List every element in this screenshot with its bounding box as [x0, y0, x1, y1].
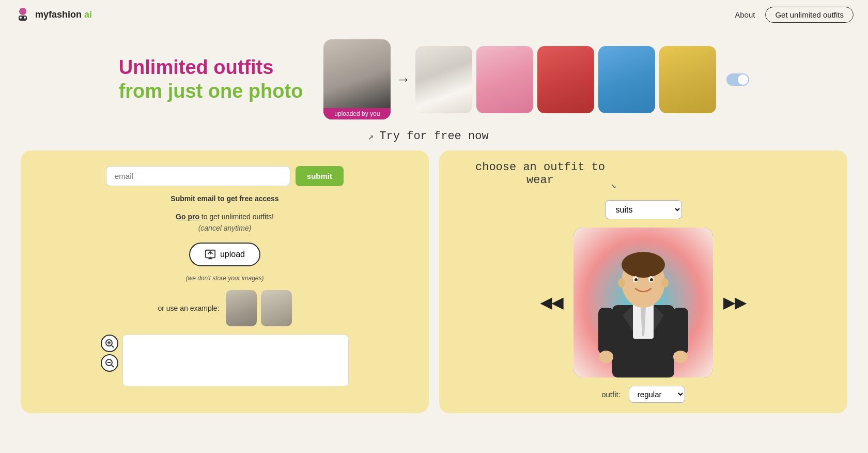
hero-section: Unlimited outfits from just one photo up…	[0, 29, 868, 125]
zoom-out-icon	[105, 358, 114, 368]
outfit-photo-4	[598, 46, 655, 113]
image-editor-canvas	[122, 335, 349, 386]
svg-point-23	[650, 278, 653, 281]
upload-icon	[205, 249, 216, 260]
outfit-photos-row	[415, 46, 716, 113]
outfit-person-svg	[574, 228, 713, 377]
outfit-next-button[interactable]: ▶▶	[721, 290, 748, 315]
left-panel: submit Submit email to get free access G…	[21, 150, 429, 413]
header-right: About Get unlimited outfits	[735, 7, 854, 23]
svg-point-19	[622, 252, 665, 278]
no-store-text: (we don't store your images)	[185, 275, 264, 282]
outfit-main-image	[574, 228, 713, 377]
example-row: or use an example:	[158, 290, 291, 326]
outfit-photo-3	[537, 46, 594, 113]
upload-button[interactable]: upload	[189, 243, 260, 266]
outfit-image-container: ◀◀	[538, 228, 748, 377]
svg-point-0	[19, 8, 26, 15]
example-thumb-woman[interactable]	[261, 290, 292, 326]
image-editor-row	[101, 335, 349, 386]
svg-rect-26	[598, 308, 614, 354]
outfit-type-select[interactable]: regular slim classic	[629, 386, 685, 403]
svg-line-10	[112, 365, 114, 367]
hero-headline: Unlimited outfits from just one photo	[119, 56, 303, 103]
example-thumbnails	[226, 290, 292, 326]
uploaded-photo	[323, 39, 391, 119]
zoom-controls	[101, 335, 118, 386]
example-thumb-man[interactable]	[226, 290, 257, 326]
zoom-out-button[interactable]	[101, 354, 118, 372]
svg-rect-27	[673, 308, 688, 354]
next-icon: ▶▶	[723, 294, 746, 311]
logo: myfashion ai	[14, 6, 92, 23]
upload-label: upload	[220, 250, 245, 259]
outfit-bottom-row: outfit: regular slim classic	[601, 386, 685, 403]
hero-text: Unlimited outfits from just one photo	[119, 56, 303, 103]
choose-outfit-label: choose an outfit to wear	[475, 161, 605, 192]
go-pro-text: Go pro to get unlimited outfits! (cancel…	[176, 211, 274, 234]
go-pro-link[interactable]: Go pro	[176, 213, 199, 221]
submit-button[interactable]: submit	[296, 166, 344, 186]
hero-photos: uploaded by you →	[323, 39, 749, 119]
svg-point-24	[618, 278, 625, 288]
outfit-photo-1	[415, 46, 472, 113]
outfit-photo-2	[476, 46, 533, 113]
svg-point-25	[661, 278, 669, 288]
outfit-select[interactable]: suits casual formal sportswear summer	[605, 200, 682, 219]
arrow-icon: →	[396, 71, 410, 88]
svg-point-28	[599, 351, 613, 363]
cancel-anytime: (cancel anytime)	[198, 224, 252, 232]
prev-icon: ◀◀	[540, 294, 563, 311]
svg-point-2	[20, 17, 22, 19]
logo-text: myfashion ai	[35, 9, 92, 20]
svg-point-22	[634, 278, 638, 281]
outfit-label: outfit:	[601, 390, 621, 399]
try-free-section: Try for free now	[0, 125, 868, 145]
submit-description: Submit email to get free access	[171, 194, 278, 203]
email-row: submit	[106, 166, 344, 186]
svg-line-6	[112, 345, 114, 348]
logo-icon	[14, 6, 31, 23]
get-unlimited-button[interactable]: Get unlimited outfits	[765, 7, 854, 23]
uploaded-photo-container: uploaded by you	[323, 39, 391, 119]
toggle-switch[interactable]	[726, 73, 749, 86]
try-free-label: Try for free now	[379, 130, 488, 143]
right-panel: choose an outfit to wear suits casual fo…	[439, 150, 847, 413]
svg-point-3	[24, 17, 26, 19]
zoom-in-button[interactable]	[101, 335, 118, 352]
example-label: or use an example:	[158, 304, 219, 312]
about-link[interactable]: About	[735, 10, 755, 19]
outfit-photo-5	[659, 46, 716, 113]
header: myfashion ai About Get unlimited outfits	[0, 0, 868, 29]
svg-point-29	[673, 351, 688, 363]
zoom-in-icon	[105, 339, 114, 348]
outfit-prev-button[interactable]: ◀◀	[538, 290, 565, 315]
uploaded-label: uploaded by you	[323, 108, 391, 119]
email-input[interactable]	[106, 166, 290, 186]
main-content: submit Submit email to get free access G…	[0, 145, 868, 424]
